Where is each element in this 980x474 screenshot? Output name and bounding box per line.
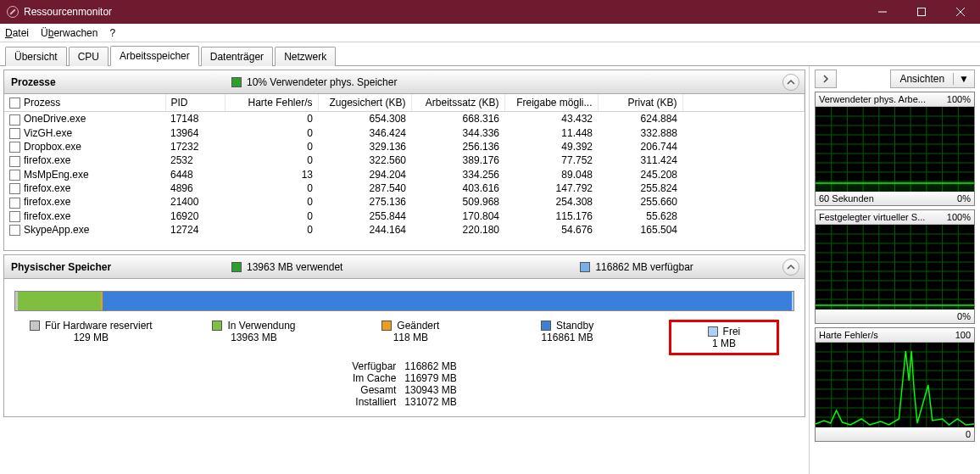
menu-file[interactable]: Datei [5,27,29,39]
collapse-button[interactable] [782,259,799,276]
memory-usage-icon [231,77,242,87]
column-shareable[interactable]: Freigabe mögli... [504,94,598,112]
processes-table: Prozess PID Harte Fehler/s Zugesichert (… [4,94,805,237]
title-bar: Ressourcenmonitor [0,0,980,24]
table-row[interactable]: firefox.exe48960287.540403.616147.792255… [4,181,805,195]
column-hardfaults[interactable]: Harte Fehler/s [225,94,318,112]
tab-bar: Übersicht CPU Arbeitsspeicher Datenträge… [0,42,980,66]
used-memory-icon [231,262,242,272]
table-row[interactable]: MsMpEng.exe644813294.204334.25689.048245… [4,168,805,181]
row-checkbox[interactable] [9,170,20,181]
processes-header[interactable]: Prozesse 10% Verwendeter phys. Speicher [4,70,805,94]
collapse-button[interactable] [782,74,799,91]
table-row[interactable]: VizGH.exe139640346.424344.33611.448332.8… [4,126,805,140]
row-checkbox[interactable] [9,183,20,194]
svg-marker-39 [816,305,974,309]
physical-memory-header[interactable]: Physischer Speicher 13963 MB verwendet 1… [4,255,805,279]
graphs-panel: Ansichten▼ Verwendeter phys. Arbe...100%… [809,66,980,474]
graph-hard-faults: Harte Fehler/s100 0 [815,327,975,442]
table-row[interactable]: firefox.exe25320322.560389.17677.752311.… [4,153,805,167]
physical-memory-panel: Physischer Speicher 13963 MB verwendet 1… [3,254,805,417]
memory-legend: Für Hardware reserviert129 MB In Verwend… [4,320,805,360]
legend-standby: Standby116861 MB [512,320,622,343]
memory-bar [14,291,794,311]
memory-summary: Verfügbar116862 MB Im Cache116979 MB Ges… [4,360,805,416]
row-checkbox[interactable] [9,156,20,167]
minimize-button[interactable] [863,0,902,24]
column-private[interactable]: Privat (KB) [598,94,682,112]
svg-marker-21 [816,183,974,192]
chevron-down-icon: ▼ [953,73,974,85]
row-checkbox[interactable] [9,128,20,139]
close-button[interactable] [941,0,980,24]
app-icon [7,6,19,18]
row-checkbox[interactable] [9,211,20,222]
row-checkbox[interactable] [9,198,20,209]
graphs-nav-button[interactable] [815,70,837,88]
column-process[interactable]: Prozess [24,97,60,109]
table-row[interactable]: Dropbox.exe172320329.136256.13649.392206… [4,140,805,153]
menu-bar: Datei Überwachen ? [0,24,980,42]
legend-inuse: In Verwendung13963 MB [199,320,309,343]
graph-used-phys: Verwendeter phys. Arbe...100% 60 Sekunde… [815,92,975,206]
legend-modified: Geändert118 MB [355,320,465,343]
svg-rect-1 [918,8,926,16]
tab-disk[interactable]: Datenträger [201,47,273,66]
graph-committed-virtual: Festgelegter virtueller S...100% 0% [815,209,975,324]
processes-table-wrap[interactable]: Prozess PID Harte Fehler/s Zugesichert (… [4,94,805,250]
legend-reserved: Für Hardware reserviert129 MB [30,320,153,343]
row-checkbox[interactable] [9,142,20,153]
maximize-button[interactable] [902,0,941,24]
window-title: Ressourcenmonitor [24,6,863,18]
legend-free: Frei1 MB [669,320,779,355]
column-workingset[interactable]: Arbeitssatz (KB) [411,94,504,112]
table-row[interactable]: SkypeApp.exe127240244.164220.18054.67616… [4,223,805,237]
avail-memory-icon [580,262,590,272]
column-pid[interactable]: PID [165,94,225,112]
column-commit[interactable]: Zugesichert (KB) [318,94,411,112]
views-button[interactable]: Ansichten▼ [890,70,975,88]
table-row[interactable]: firefox.exe169200255.844170.804115.17655… [4,209,805,223]
menu-monitor[interactable]: Überwachen [41,27,97,39]
tab-cpu[interactable]: CPU [69,47,109,66]
row-checkbox[interactable] [9,225,20,236]
processes-panel: Prozesse 10% Verwendeter phys. Speicher … [3,70,805,251]
menu-help[interactable]: ? [109,27,115,39]
tab-network[interactable]: Netzwerk [275,47,336,66]
table-row[interactable]: OneDrive.exe171480654.308668.31643.43262… [4,112,805,126]
tab-memory[interactable]: Arbeitsspeicher [110,46,199,66]
row-checkbox[interactable] [9,114,20,125]
table-row[interactable]: firefox.exe214000275.136509.968254.30825… [4,195,805,209]
select-all-checkbox[interactable] [9,98,20,109]
tab-overview[interactable]: Übersicht [5,47,67,66]
